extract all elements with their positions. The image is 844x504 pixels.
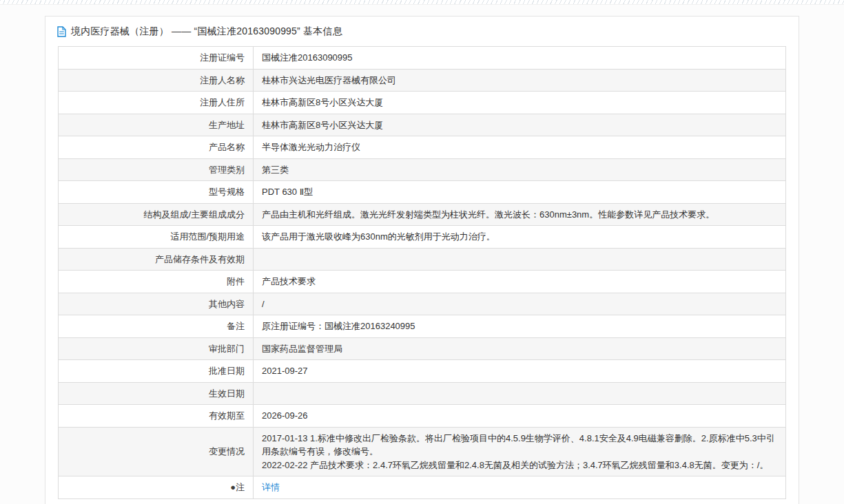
row-value: 第三类	[254, 158, 786, 181]
row-value: 该产品用于激光吸收峰为630nm的光敏剂用于光动力治疗。	[254, 226, 786, 249]
table-row: 审批部门国家药品监督管理局	[59, 337, 786, 360]
row-label: ●注	[59, 476, 254, 499]
table-row: 备注原注册证编号：国械注准20163240995	[59, 315, 786, 338]
table-row: 变更情况2017-01-13 1.标准中修改出厂检验条款。将出厂检验项目中的4.…	[59, 427, 786, 476]
table-row: 有效期至2026-09-26	[59, 405, 786, 428]
row-label: 产品名称	[59, 136, 254, 159]
row-value: /	[254, 293, 786, 315]
row-label: 备注	[59, 315, 254, 338]
row-label: 注册人名称	[59, 69, 254, 92]
registration-info-panel: 境内医疗器械（注册） —— “国械注准20163090995” 基本信息 注册证…	[45, 16, 799, 504]
row-value: 2021-09-27	[254, 360, 786, 383]
table-row: 结构及组成/主要组成成分产品由主机和光纤组成。激光光纤发射端类型为柱状光纤。激光…	[59, 203, 786, 226]
row-label: 附件	[59, 271, 254, 293]
row-label: 生效日期	[59, 382, 254, 405]
row-label: 型号规格	[59, 181, 254, 204]
row-label: 结构及组成/主要组成成分	[59, 203, 254, 226]
document-icon	[57, 26, 66, 37]
panel-header: 境内医疗器械（注册） —— “国械注准20163090995” 基本信息	[45, 17, 799, 46]
row-value	[254, 248, 786, 271]
row-value: 桂林市高新区8号小区兴达大厦	[254, 114, 786, 136]
table-row: 产品名称半导体激光光动力治疗仪	[59, 136, 786, 159]
table-row: 生产地址桂林市高新区8号小区兴达大厦	[59, 114, 786, 136]
row-value: 国家药品监督管理局	[254, 337, 786, 360]
table-row: 产品储存条件及有效期	[59, 248, 786, 271]
row-label: 变更情况	[59, 427, 254, 476]
row-label: 产品储存条件及有效期	[59, 248, 254, 271]
row-value: PDT 630 Ⅱ型	[254, 181, 786, 204]
row-value: 桂林市高新区8号小区兴达大厦	[254, 92, 786, 114]
registration-info-table: 注册证编号国械注准20163090995注册人名称桂林市兴达光电医疗器械有限公司…	[58, 46, 786, 499]
row-label: 注册证编号	[59, 47, 254, 70]
row-label: 注册人住所	[59, 92, 254, 114]
row-label: 生产地址	[59, 114, 254, 136]
row-value: 桂林市兴达光电医疗器械有限公司	[254, 69, 786, 92]
row-label: 其他内容	[59, 293, 254, 315]
table-row: 附件产品技术要求	[59, 271, 786, 293]
row-label: 适用范围/预期用途	[59, 226, 254, 249]
row-label: 有效期至	[59, 405, 254, 428]
row-value: 国械注准20163090995	[254, 47, 786, 70]
row-value: 2017-01-13 1.标准中修改出厂检验条款。将出厂检验项目中的4.5.9生…	[254, 427, 786, 476]
row-value: 原注册证编号：国械注准20163240995	[254, 315, 786, 338]
row-label: 审批部门	[59, 337, 254, 360]
row-value: 产品技术要求	[254, 271, 786, 293]
table-row: 注册人住所桂林市高新区8号小区兴达大厦	[59, 92, 786, 114]
row-value: 半导体激光光动力治疗仪	[254, 136, 786, 159]
table-row: 生效日期	[59, 382, 786, 405]
table-row: 注册证编号国械注准20163090995	[59, 47, 786, 70]
row-value	[254, 382, 786, 405]
decorative-stripe	[0, 0, 844, 5]
row-label: 管理类别	[59, 158, 254, 181]
page-title: 境内医疗器械（注册） —— “国械注准20163090995” 基本信息	[71, 25, 342, 38]
row-value: 详情	[254, 476, 786, 499]
table-row: ●注详情	[59, 476, 786, 499]
table-row: 适用范围/预期用途该产品用于激光吸收峰为630nm的光敏剂用于光动力治疗。	[59, 226, 786, 249]
details-link[interactable]: 详情	[262, 482, 280, 492]
table-row: 型号规格PDT 630 Ⅱ型	[59, 181, 786, 204]
row-value: 产品由主机和光纤组成。激光光纤发射端类型为柱状光纤。激光波长：630nm±3nm…	[254, 203, 786, 226]
table-row: 管理类别第三类	[59, 158, 786, 181]
table-row: 其他内容/	[59, 293, 786, 315]
row-value: 2026-09-26	[254, 405, 786, 428]
table-row: 批准日期2021-09-27	[59, 360, 786, 383]
row-label: 批准日期	[59, 360, 254, 383]
table-row: 注册人名称桂林市兴达光电医疗器械有限公司	[59, 69, 786, 92]
